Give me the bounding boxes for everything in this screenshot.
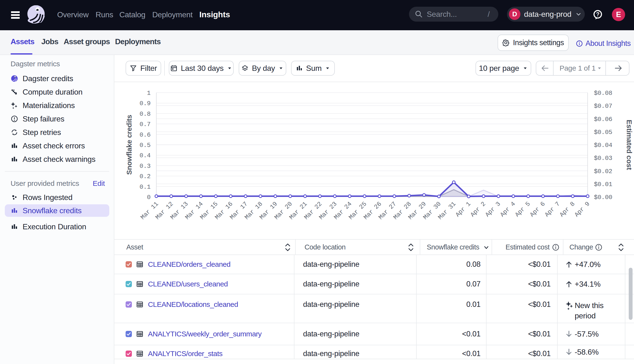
svg-text:Apr 5: Apr 5	[514, 200, 532, 218]
svg-text:Apr 4: Apr 4	[499, 200, 517, 218]
svg-text:$0.08: $0.08	[594, 90, 612, 97]
svg-text:$0.01: $0.01	[594, 181, 612, 188]
svg-text:Snowflake credits: Snowflake credits	[125, 115, 133, 175]
svg-text:0.3: 0.3	[140, 162, 150, 170]
svg-text:0: 0	[147, 194, 150, 201]
svg-text:Apr 9: Apr 9	[573, 200, 591, 218]
svg-text:$0.00: $0.00	[594, 194, 612, 201]
svg-text:Estimated cost: Estimated cost	[625, 120, 633, 170]
svg-text:0.9: 0.9	[140, 100, 150, 107]
svg-text:0.4: 0.4	[140, 152, 150, 159]
svg-text:0.2: 0.2	[140, 173, 150, 180]
svg-text:0.5: 0.5	[140, 142, 150, 149]
svg-text:Apr 7: Apr 7	[543, 200, 561, 218]
svg-text:Apr 8: Apr 8	[558, 200, 576, 218]
svg-text:1: 1	[147, 90, 150, 97]
svg-text:Apr 3: Apr 3	[484, 200, 502, 218]
svg-text:0.8: 0.8	[140, 110, 150, 118]
svg-text:?: ?	[596, 11, 600, 18]
svg-text:0.7: 0.7	[140, 121, 150, 128]
svg-text:$0.06: $0.06	[594, 116, 612, 123]
svg-text:Apr 2: Apr 2	[469, 200, 487, 218]
svg-text:Apr 6: Apr 6	[528, 200, 546, 218]
svg-text:0.6: 0.6	[140, 131, 150, 138]
svg-text:0.1: 0.1	[140, 184, 150, 191]
svg-text:$0.05: $0.05	[594, 129, 612, 136]
svg-text:Apr 1: Apr 1	[454, 200, 472, 218]
svg-text:$0.03: $0.03	[594, 155, 612, 162]
svg-text:$0.02: $0.02	[594, 168, 612, 175]
svg-text:$0.07: $0.07	[594, 102, 612, 110]
svg-text:$0.04: $0.04	[594, 142, 612, 149]
